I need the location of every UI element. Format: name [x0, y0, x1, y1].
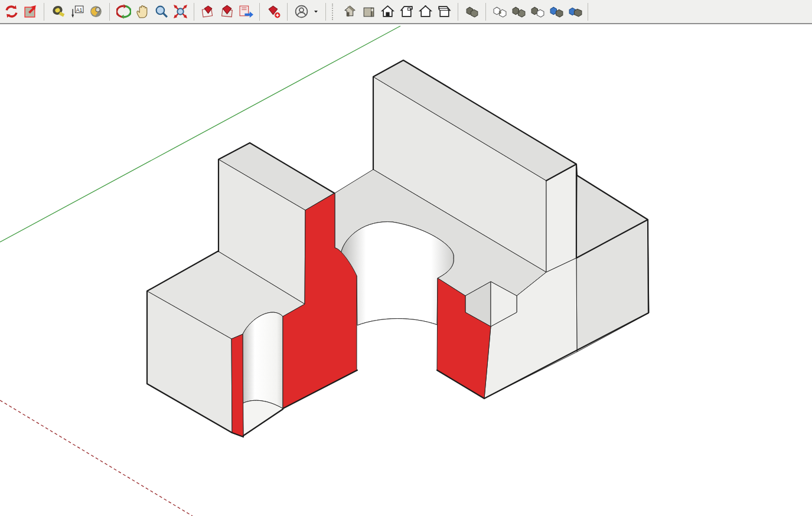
toolbar-group-camera	[112, 0, 191, 23]
view-top-icon	[361, 4, 376, 19]
pan-button[interactable]	[133, 3, 151, 21]
toolbar-group-ruby-add	[262, 0, 285, 23]
union-button[interactable]	[510, 3, 527, 21]
pan-icon	[135, 4, 150, 19]
toolbar-separator	[109, 3, 110, 21]
toolbar-separator	[588, 3, 588, 21]
toolbar-group-outer-shell	[461, 0, 483, 23]
view-right-icon	[399, 4, 414, 19]
red-axis-line	[0, 400, 193, 516]
outer-shell-button[interactable]	[463, 3, 481, 21]
sync-icon	[4, 4, 19, 19]
ruby-add-button[interactable]	[265, 3, 282, 21]
ruby-box-2-button[interactable]	[218, 3, 236, 21]
section-face-sliver	[231, 334, 243, 437]
big-bore-through-hole	[357, 319, 437, 431]
subtract-button[interactable]	[529, 3, 546, 21]
view-left-button[interactable]	[435, 3, 453, 21]
split-icon	[568, 4, 583, 19]
tape-measure-icon	[51, 4, 66, 19]
toolbar-separator	[259, 3, 260, 21]
tape-measure-button[interactable]	[49, 3, 67, 21]
ruby-export-button[interactable]	[237, 3, 255, 21]
subtract-icon	[530, 4, 545, 19]
small-bore-interior	[243, 312, 283, 409]
ruby-box-2-icon	[220, 4, 234, 19]
account-caret-icon	[312, 4, 319, 19]
toolbar-separator	[287, 3, 288, 21]
toolbar-group-measure: A1	[47, 0, 107, 23]
ruby-box-icon	[201, 4, 216, 19]
intersect-icon	[493, 4, 507, 19]
view-front-icon	[380, 4, 395, 19]
toolbar-separator	[485, 3, 486, 21]
toolbar-separator	[325, 3, 326, 21]
orbit-icon	[116, 4, 131, 19]
split-button[interactable]	[566, 3, 584, 21]
zoom-button[interactable]	[152, 3, 170, 21]
trim-icon	[549, 4, 564, 19]
view-front-button[interactable]	[379, 3, 396, 21]
trim-button[interactable]	[547, 3, 565, 21]
export-arrow-icon	[23, 4, 38, 19]
toolbar-separator	[194, 3, 194, 21]
dimension-a1-button[interactable]: A1	[68, 3, 86, 21]
sync-button[interactable]	[2, 3, 20, 21]
account-caret-button[interactable]	[311, 3, 321, 21]
model-canvas[interactable]	[0, 24, 812, 516]
small-bore-floor	[243, 400, 283, 436]
ruby-box-button[interactable]	[199, 3, 217, 21]
view-iso-icon	[343, 4, 357, 19]
ruby-add-icon	[266, 4, 281, 19]
view-back-button[interactable]	[416, 3, 434, 21]
view-back-icon	[418, 4, 433, 19]
union-icon	[511, 4, 526, 19]
toolbar-separator	[458, 3, 458, 21]
dimension-a1-icon: A1	[70, 4, 84, 19]
zoom-extents-icon	[173, 4, 188, 19]
view-iso-button[interactable]	[341, 3, 358, 21]
view-right-button[interactable]	[397, 3, 415, 21]
view-left-icon	[437, 4, 452, 19]
export-arrow-button[interactable]	[21, 3, 39, 21]
paint-bucket-icon	[89, 4, 103, 19]
wall-front-face	[546, 164, 576, 272]
toolbar-group-solid-tools	[488, 0, 586, 23]
main-toolbar: A1	[0, 0, 812, 24]
toolbar-group-views	[338, 0, 455, 23]
toolbar-group-standard	[0, 0, 41, 23]
toolbar-separator	[44, 3, 44, 21]
model-viewport[interactable]	[0, 24, 812, 516]
paint-bucket-button[interactable]	[87, 3, 105, 21]
zoom-icon	[154, 4, 169, 19]
zoom-extents-button[interactable]	[171, 3, 189, 21]
sketchup-window: A1	[0, 0, 812, 516]
svg-text:A1: A1	[76, 7, 82, 13]
toolbar-drag-separator	[332, 4, 335, 20]
account-button[interactable]	[292, 3, 310, 21]
toolbar-group-ruby-tools	[197, 0, 257, 23]
account-icon	[294, 4, 309, 19]
ruby-export-icon	[239, 4, 253, 19]
toolbar-group-account	[290, 0, 323, 23]
orbit-button[interactable]	[115, 3, 132, 21]
intersect-button[interactable]	[491, 3, 508, 21]
view-top-button[interactable]	[360, 3, 377, 21]
outer-shell-icon	[465, 4, 480, 19]
